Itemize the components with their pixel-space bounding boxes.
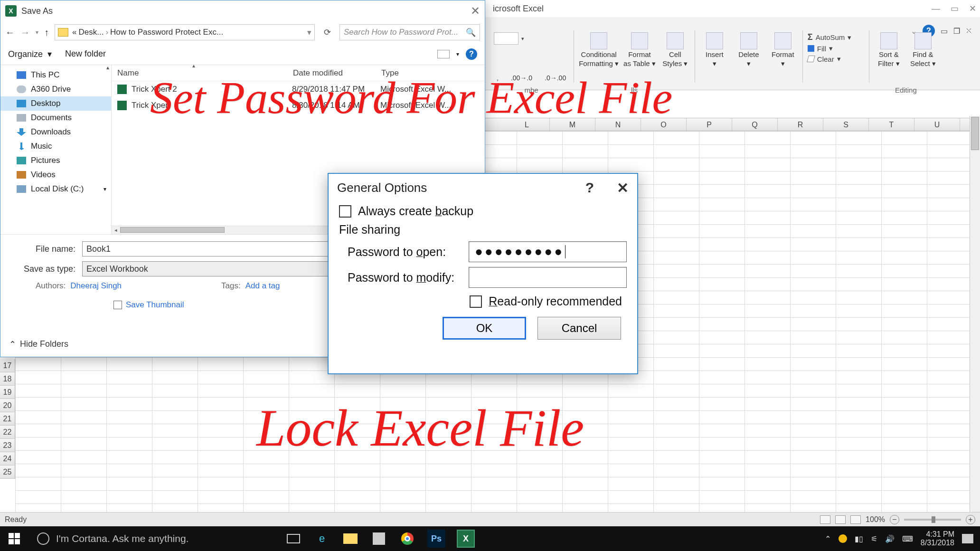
tags-add[interactable]: Add a tag [245,281,280,290]
nav-tree[interactable]: ▴ This PC A360 Drive Desktop Documents D… [0,65,112,234]
tree-this-pc[interactable]: This PC [0,68,111,82]
filename-label: File name: [9,244,82,254]
edge-icon[interactable]: e [313,530,330,547]
new-folder-button[interactable]: New folder [65,49,106,59]
tree-localdisk[interactable]: Local Disk (C:)▾ [0,182,111,196]
fill-button[interactable]: Fill ▾ [808,44,864,53]
file-row[interactable]: Trick Xpert 2 8/29/2018 11:47 PM Microso… [112,81,485,97]
readonly-checkbox[interactable] [470,295,482,308]
genopt-close-icon[interactable]: ✕ [617,180,629,196]
cancel-button[interactable]: Cancel [537,317,621,340]
tray-keyboard-icon[interactable]: ⌨ [902,534,913,543]
decrease-decimal[interactable]: .0→.00 [542,73,569,83]
save-thumbnail-checkbox[interactable] [113,301,122,309]
file-sharing-label: File sharing [339,223,627,237]
search-icon: 🔍 [466,28,476,38]
delete-button[interactable]: Delete▾ [734,32,763,68]
general-options-dialog: General Options ? ✕ Always create backup… [328,173,638,374]
ok-button[interactable]: OK [443,317,526,340]
col-date[interactable]: Date modified [287,68,376,78]
format-button[interactable]: Format▾ [768,32,798,68]
genopt-title: General Options [337,180,427,195]
saveas-title: Save As [21,6,53,16]
file-row[interactable]: Trick Xpert 8/30/2018 1:14 AM Microsoft … [112,97,485,114]
hide-folders-button[interactable]: ⌃Hide Folders [9,339,68,350]
nav-up-button[interactable]: ↑ [44,27,49,38]
maximize-button[interactable]: ▭ [951,3,959,14]
format-as-table-button[interactable]: Formatas Table ▾ [623,32,656,68]
cortana-search[interactable]: I'm Cortana. Ask me anything. [28,526,256,551]
col-type[interactable]: Type [376,68,485,78]
excel-file-icon [117,101,127,110]
tree-a360[interactable]: A360 Drive [0,82,111,96]
nav-recent-button[interactable]: ▾ [36,29,38,36]
authors-label: Authors: [36,281,66,290]
folder-icon [58,28,68,37]
zoom-slider[interactable] [904,519,961,521]
sort-filter-button[interactable]: Sort &Filter ▾ [874,32,904,68]
nav-forward-button[interactable]: → [20,27,30,38]
tree-pictures[interactable]: Pictures [0,153,111,168]
close-button[interactable]: ✕ [969,3,976,14]
organize-button[interactable]: Organize ▾ [8,49,52,59]
task-view-button[interactable] [285,530,302,547]
tray-chevron-icon[interactable]: ⌃ [825,534,831,543]
tree-downloads[interactable]: Downloads [0,125,111,139]
excel-file-icon [117,85,127,94]
always-backup-checkbox[interactable] [339,205,351,218]
search-input[interactable]: Search How to Password Prot... 🔍 [339,24,480,40]
tray-clock[interactable]: 4:31 PM 8/31/2018 [921,530,954,547]
tree-desktop[interactable]: Desktop [0,96,111,111]
saveastype-label: Save as type: [9,264,82,274]
tray-volume-icon[interactable]: 🔊 [885,534,895,543]
saveas-close-icon[interactable]: ✕ [471,4,480,18]
start-button[interactable] [0,526,28,551]
save-thumbnail-label: Save Thumbnail [126,300,184,310]
increase-decimal[interactable]: .00→.0 [508,73,535,83]
find-select-button[interactable]: Find &Select ▾ [908,32,938,68]
status-ready: Ready [5,515,27,524]
chrome-icon[interactable] [399,530,416,547]
col-name[interactable]: Name [112,68,287,78]
cell-styles-button[interactable]: CellStyles ▾ [660,32,690,68]
store-icon[interactable] [370,530,387,547]
file-explorer-icon[interactable] [342,530,359,547]
photoshop-icon[interactable]: Ps [427,530,445,548]
clear-button[interactable]: Clear ▾ [808,55,864,63]
comma-style[interactable]: , [494,73,501,83]
password-open-input[interactable]: ●●●●●●●●● [469,241,627,262]
zoom-value: 100% [866,515,885,524]
excel-taskbar-icon[interactable]: X [457,530,475,548]
genopt-help-icon[interactable]: ? [585,180,594,196]
refresh-button[interactable]: ⟳ [320,26,334,39]
conditional-formatting-button[interactable]: ConditionalFormatting ▾ [579,32,619,68]
excel-icon: X [5,5,17,17]
password-modify-input[interactable] [469,267,627,288]
tree-videos[interactable]: Videos [0,168,111,182]
view-normal[interactable] [820,515,830,524]
view-layout[interactable] [835,515,846,524]
insert-button[interactable]: Insert▾ [700,32,729,68]
vertical-scrollbar[interactable] [970,116,980,518]
taskbar: I'm Cortana. Ask me anything. e Ps X ⌃ ▮… [0,526,980,551]
view-pagebreak[interactable] [850,515,861,524]
tray-battery-icon[interactable]: ▮▯ [855,534,863,543]
zoom-in[interactable]: + [966,515,975,524]
tray-sync-icon[interactable] [839,534,847,543]
zoom-out[interactable]: − [890,515,899,524]
excel-title-suffix: icrosoft Excel [493,4,544,14]
authors-value[interactable]: Dheeraj Singh [70,281,122,290]
tags-label: Tags: [221,281,241,290]
minimize-button[interactable]: — [932,4,940,14]
autosum-button[interactable]: ΣAutoSum ▾ [808,32,864,42]
address-breadcrumb[interactable]: « Desk... › How to Password Protect Exc.… [55,24,315,40]
view-options-button[interactable] [437,50,450,58]
tree-music[interactable]: Music [0,139,111,153]
help-button[interactable]: ? [466,48,477,60]
notifications-icon[interactable] [962,534,973,543]
tray-wifi-icon[interactable]: ⚟ [871,534,877,543]
tree-documents[interactable]: Documents [0,111,111,125]
cortana-icon [37,532,49,545]
general-dropdown[interactable] [494,32,518,45]
nav-back-button[interactable]: ← [5,27,15,38]
